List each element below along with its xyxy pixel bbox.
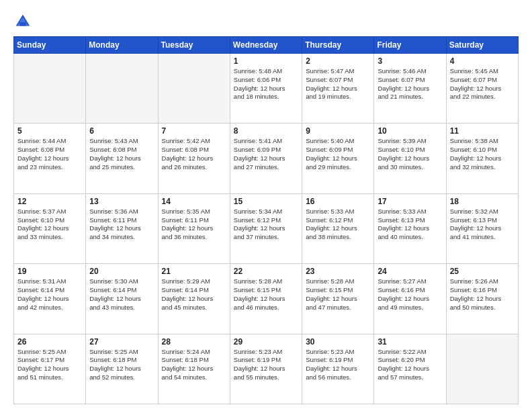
calendar-cell: 14Sunrise: 5:35 AM Sunset: 6:11 PM Dayli… [158, 193, 230, 263]
day-number: 27 [89, 337, 154, 347]
calendar-cell: 27Sunrise: 5:25 AM Sunset: 6:18 PM Dayli… [86, 334, 158, 404]
header-row: SundayMondayTuesdayWednesdayThursdayFrid… [14, 37, 519, 54]
day-number: 16 [306, 197, 370, 206]
calendar-cell: 1Sunrise: 5:48 AM Sunset: 6:06 PM Daylig… [230, 54, 302, 124]
calendar-cell: 7Sunrise: 5:42 AM Sunset: 6:08 PM Daylig… [158, 124, 230, 193]
day-info: Sunrise: 5:45 AM Sunset: 6:07 PM Dayligh… [450, 67, 515, 101]
calendar-cell: 21Sunrise: 5:29 AM Sunset: 6:14 PM Dayli… [158, 264, 230, 334]
day-number: 17 [378, 197, 442, 206]
day-info: Sunrise: 5:47 AM Sunset: 6:07 PM Dayligh… [306, 67, 370, 101]
day-info: Sunrise: 5:28 AM Sunset: 6:15 PM Dayligh… [234, 277, 298, 312]
day-number: 6 [89, 126, 154, 136]
day-info: Sunrise: 5:23 AM Sunset: 6:19 PM Dayligh… [306, 348, 370, 382]
day-number: 31 [378, 337, 442, 347]
day-info: Sunrise: 5:32 AM Sunset: 6:13 PM Dayligh… [450, 208, 515, 242]
day-number: 10 [378, 126, 442, 136]
day-number: 13 [89, 197, 154, 206]
day-number: 25 [450, 267, 515, 276]
calendar-cell: 12Sunrise: 5:37 AM Sunset: 6:10 PM Dayli… [14, 193, 86, 263]
week-row-1: 1Sunrise: 5:48 AM Sunset: 6:06 PM Daylig… [14, 54, 519, 124]
calendar-cell: 31Sunrise: 5:22 AM Sunset: 6:20 PM Dayli… [374, 334, 446, 404]
day-number: 4 [450, 56, 515, 66]
calendar-cell: 28Sunrise: 5:24 AM Sunset: 6:18 PM Dayli… [158, 334, 230, 404]
day-number: 23 [306, 267, 370, 276]
day-number: 11 [450, 126, 515, 136]
day-info: Sunrise: 5:30 AM Sunset: 6:14 PM Dayligh… [89, 277, 154, 312]
day-info: Sunrise: 5:22 AM Sunset: 6:20 PM Dayligh… [378, 348, 442, 382]
calendar-cell: 2Sunrise: 5:47 AM Sunset: 6:07 PM Daylig… [302, 54, 374, 124]
calendar-cell [14, 54, 86, 124]
day-info: Sunrise: 5:48 AM Sunset: 6:06 PM Dayligh… [234, 67, 298, 101]
day-info: Sunrise: 5:23 AM Sunset: 6:19 PM Dayligh… [234, 348, 298, 382]
day-info: Sunrise: 5:28 AM Sunset: 6:15 PM Dayligh… [306, 277, 370, 312]
calendar-table: SundayMondayTuesdayWednesdayThursdayFrid… [13, 36, 519, 404]
calendar-cell: 18Sunrise: 5:32 AM Sunset: 6:13 PM Dayli… [446, 193, 518, 263]
page: SundayMondayTuesdayWednesdayThursdayFrid… [0, 0, 532, 411]
calendar-cell: 11Sunrise: 5:38 AM Sunset: 6:10 PM Dayli… [446, 124, 518, 193]
calendar-cell: 29Sunrise: 5:23 AM Sunset: 6:19 PM Dayli… [230, 334, 302, 404]
day-number: 7 [162, 126, 226, 136]
calendar-cell: 15Sunrise: 5:34 AM Sunset: 6:12 PM Dayli… [230, 193, 302, 263]
calendar-cell: 8Sunrise: 5:41 AM Sunset: 6:09 PM Daylig… [230, 124, 302, 193]
week-row-4: 19Sunrise: 5:31 AM Sunset: 6:14 PM Dayli… [14, 264, 519, 334]
day-info: Sunrise: 5:31 AM Sunset: 6:14 PM Dayligh… [17, 277, 82, 312]
logo-icon [13, 12, 32, 31]
calendar-cell: 20Sunrise: 5:30 AM Sunset: 6:14 PM Dayli… [86, 264, 158, 334]
day-info: Sunrise: 5:41 AM Sunset: 6:09 PM Dayligh… [234, 137, 298, 171]
day-number: 5 [17, 126, 82, 136]
day-header-sunday: Sunday [14, 37, 86, 54]
day-header-wednesday: Wednesday [230, 37, 302, 54]
day-number: 3 [378, 56, 442, 66]
day-info: Sunrise: 5:27 AM Sunset: 6:16 PM Dayligh… [378, 277, 442, 312]
day-info: Sunrise: 5:33 AM Sunset: 6:13 PM Dayligh… [378, 208, 442, 242]
calendar-cell: 13Sunrise: 5:36 AM Sunset: 6:11 PM Dayli… [86, 193, 158, 263]
week-row-3: 12Sunrise: 5:37 AM Sunset: 6:10 PM Dayli… [14, 193, 519, 263]
calendar-cell: 23Sunrise: 5:28 AM Sunset: 6:15 PM Dayli… [302, 264, 374, 334]
day-info: Sunrise: 5:35 AM Sunset: 6:11 PM Dayligh… [162, 208, 226, 242]
day-info: Sunrise: 5:44 AM Sunset: 6:08 PM Dayligh… [17, 137, 82, 171]
day-header-thursday: Thursday [302, 37, 374, 54]
calendar-cell: 25Sunrise: 5:26 AM Sunset: 6:16 PM Dayli… [446, 264, 518, 334]
day-info: Sunrise: 5:43 AM Sunset: 6:08 PM Dayligh… [89, 137, 154, 171]
day-info: Sunrise: 5:29 AM Sunset: 6:14 PM Dayligh… [162, 277, 226, 312]
calendar-cell: 30Sunrise: 5:23 AM Sunset: 6:19 PM Dayli… [302, 334, 374, 404]
day-number: 21 [162, 267, 226, 276]
calendar-cell: 10Sunrise: 5:39 AM Sunset: 6:10 PM Dayli… [374, 124, 446, 193]
day-number: 28 [162, 337, 226, 347]
day-header-friday: Friday [374, 37, 446, 54]
calendar-cell: 4Sunrise: 5:45 AM Sunset: 6:07 PM Daylig… [446, 54, 518, 124]
day-number: 15 [234, 197, 298, 206]
day-number: 26 [17, 337, 82, 347]
calendar-cell: 19Sunrise: 5:31 AM Sunset: 6:14 PM Dayli… [14, 264, 86, 334]
day-number: 8 [234, 126, 298, 136]
day-info: Sunrise: 5:34 AM Sunset: 6:12 PM Dayligh… [234, 208, 298, 242]
day-info: Sunrise: 5:37 AM Sunset: 6:10 PM Dayligh… [17, 208, 82, 242]
day-number: 24 [378, 267, 442, 276]
calendar-cell: 9Sunrise: 5:40 AM Sunset: 6:09 PM Daylig… [302, 124, 374, 193]
calendar-cell [158, 54, 230, 124]
day-header-tuesday: Tuesday [158, 37, 230, 54]
day-number: 22 [234, 267, 298, 276]
calendar-cell: 26Sunrise: 5:25 AM Sunset: 6:17 PM Dayli… [14, 334, 86, 404]
day-info: Sunrise: 5:25 AM Sunset: 6:17 PM Dayligh… [17, 348, 82, 382]
day-header-monday: Monday [86, 37, 158, 54]
day-info: Sunrise: 5:38 AM Sunset: 6:10 PM Dayligh… [450, 137, 515, 171]
day-info: Sunrise: 5:24 AM Sunset: 6:18 PM Dayligh… [162, 348, 226, 382]
day-info: Sunrise: 5:39 AM Sunset: 6:10 PM Dayligh… [378, 137, 442, 171]
calendar-cell: 16Sunrise: 5:33 AM Sunset: 6:12 PM Dayli… [302, 193, 374, 263]
week-row-5: 26Sunrise: 5:25 AM Sunset: 6:17 PM Dayli… [14, 334, 519, 404]
calendar-cell: 17Sunrise: 5:33 AM Sunset: 6:13 PM Dayli… [374, 193, 446, 263]
calendar-cell: 3Sunrise: 5:46 AM Sunset: 6:07 PM Daylig… [374, 54, 446, 124]
day-header-saturday: Saturday [446, 37, 518, 54]
calendar-cell: 22Sunrise: 5:28 AM Sunset: 6:15 PM Dayli… [230, 264, 302, 334]
week-row-2: 5Sunrise: 5:44 AM Sunset: 6:08 PM Daylig… [14, 124, 519, 193]
day-number: 14 [162, 197, 226, 206]
day-number: 2 [306, 56, 370, 66]
day-number: 1 [234, 56, 298, 66]
day-number: 12 [17, 197, 82, 206]
day-number: 9 [306, 126, 370, 136]
calendar-cell [446, 334, 518, 404]
day-number: 20 [89, 267, 154, 276]
calendar-cell: 5Sunrise: 5:44 AM Sunset: 6:08 PM Daylig… [14, 124, 86, 193]
day-info: Sunrise: 5:46 AM Sunset: 6:07 PM Dayligh… [378, 67, 442, 101]
